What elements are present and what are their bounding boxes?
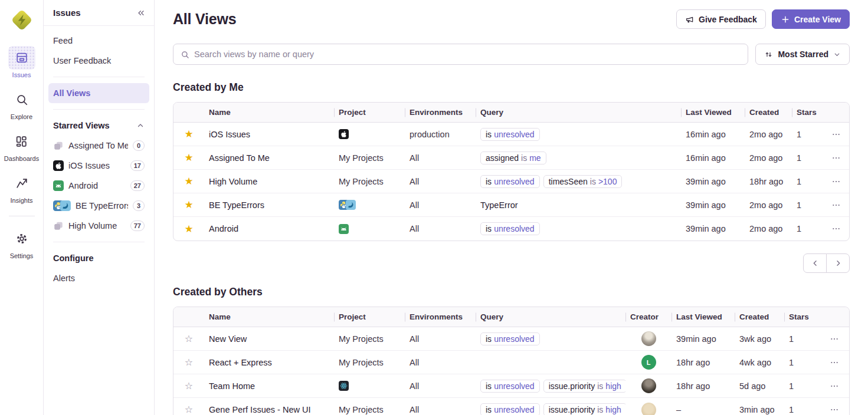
query-cell: assignedisme (476, 151, 681, 164)
stars-count: 1 (784, 405, 820, 414)
row-menu-button[interactable] (823, 200, 849, 210)
table-header: Name Project Environments Query Creator … (173, 307, 849, 327)
rail-item-dashboards[interactable]: Dashboards (4, 130, 39, 162)
megaphone-icon (685, 15, 695, 24)
query-cell: isunresolved (476, 332, 625, 345)
create-view-button[interactable]: Create View (772, 9, 850, 29)
rail-item-settings[interactable]: Settings (8, 227, 35, 259)
issue-count-badge: 27 (130, 180, 145, 191)
starred-view-ios-issues[interactable]: iOS Issues 17 (48, 156, 149, 176)
starred-view-android[interactable]: Android 27 (48, 176, 149, 196)
row-menu-button[interactable] (820, 381, 849, 391)
environments-cell: All (405, 358, 476, 367)
view-name-link[interactable]: High Volume (209, 177, 257, 186)
sidebar-divider (53, 242, 145, 242)
star-toggle[interactable]: ☆ (173, 334, 204, 344)
issue-count-badge: 3 (133, 200, 145, 211)
last-viewed: 39min ago (676, 334, 716, 344)
starred-view-label: High Volume (68, 221, 126, 230)
row-menu-button[interactable] (820, 405, 849, 414)
star-toggle[interactable]: ★ (173, 176, 204, 186)
environments-cell: All (405, 153, 476, 163)
row-menu-button[interactable] (820, 358, 849, 367)
react-project-icon (339, 381, 349, 391)
query-cell: TypeError (476, 200, 681, 210)
column-header-stars: Stars (792, 108, 823, 117)
query-token: issue.priorityishigh (543, 403, 625, 415)
row-menu-button[interactable] (823, 130, 849, 139)
view-name-link[interactable]: iOS Issues (209, 130, 250, 139)
environments-cell: All (405, 177, 476, 186)
rail-item-insights[interactable]: Insights (8, 172, 35, 204)
column-header-created: Created (745, 108, 792, 117)
rail-item-issues[interactable]: Issues (8, 46, 35, 78)
query-cell: isunresolvedissue.priorityishigh (476, 380, 625, 393)
creator-avatar[interactable]: L (641, 355, 656, 370)
flasklite-project-icon (346, 200, 356, 210)
search-input[interactable] (194, 50, 741, 59)
rail-divider (9, 216, 35, 216)
row-menu-button[interactable] (823, 177, 849, 186)
creator-avatar[interactable] (641, 331, 656, 346)
starred-views-section-header[interactable]: Starred Views (48, 116, 149, 136)
query-token: timesSeenis>100 (543, 175, 623, 188)
star-toggle[interactable]: ☆ (173, 381, 204, 391)
sidebar-item-feed[interactable]: Feed (48, 31, 149, 51)
starred-view-label: iOS Issues (68, 161, 126, 170)
issue-count-badge: 77 (130, 220, 145, 231)
last-viewed: 16min ago (686, 153, 726, 163)
creator-avatar[interactable] (641, 403, 656, 415)
project-cell (334, 129, 405, 139)
chevron-up-icon[interactable] (136, 121, 145, 130)
created: 2mo ago (749, 200, 782, 210)
star-toggle[interactable]: ☆ (173, 405, 204, 414)
next-page-button[interactable] (826, 253, 850, 273)
query-token: issue.priorityishigh (543, 380, 625, 393)
sidebar-title: Issues (53, 8, 81, 18)
sidebar-item-user-feedback[interactable]: User Feedback (48, 51, 149, 71)
sort-arrows-icon (764, 50, 773, 59)
sort-label: Most Starred (778, 50, 828, 59)
row-menu-button[interactable] (823, 153, 849, 163)
created-by-me-title: Created by Me (173, 81, 850, 94)
sidebar-item-alerts[interactable]: Alerts (48, 268, 149, 288)
starred-view-be-typeerrors[interactable]: BE TypeErrors 3 (48, 196, 149, 216)
starred-view-label: BE TypeErrors (76, 201, 128, 210)
view-name-link[interactable]: Gene Perf Issues - New UI (209, 405, 310, 414)
star-toggle[interactable]: ★ (173, 153, 204, 163)
flasklite-project-icon (60, 200, 71, 211)
sidebar-item-label: User Feedback (53, 56, 111, 65)
view-name-link[interactable]: BE TypeErrors (209, 200, 264, 210)
stack-project-icon (53, 140, 64, 151)
view-name-link[interactable]: Team Home (209, 381, 255, 391)
created-by-others-table: Name Project Environments Query Creator … (173, 307, 850, 415)
view-name-link[interactable]: Assigned To Me (209, 153, 270, 163)
search-views-box[interactable] (173, 44, 748, 65)
sidebar-item-all-views[interactable]: All Views (48, 83, 149, 103)
starred-view-high-volume[interactable]: High Volume 77 (48, 216, 149, 236)
project-icon-group (53, 220, 64, 231)
view-name-link[interactable]: React + Express (209, 358, 272, 367)
row-menu-button[interactable] (823, 224, 849, 233)
view-name-link[interactable]: Android (209, 224, 238, 233)
row-menu-button[interactable] (820, 334, 849, 344)
previous-page-button[interactable] (803, 253, 827, 273)
creator-avatar[interactable] (641, 378, 656, 393)
star-toggle[interactable]: ☆ (173, 358, 204, 367)
star-toggle[interactable]: ★ (173, 224, 204, 234)
sentry-logo[interactable] (9, 7, 35, 33)
column-header-created: Created (735, 312, 784, 321)
give-feedback-button[interactable]: Give Feedback (676, 9, 766, 29)
sidebar-item-label: All Views (53, 88, 90, 98)
view-name-link[interactable]: New View (209, 334, 247, 344)
table-header: Name Project Environments Query Last Vie… (173, 103, 849, 123)
table-row: ★Assigned To MeMy ProjectsAllassignedism… (173, 146, 849, 170)
collapse-sidebar-icon[interactable] (136, 8, 146, 18)
sidebar-item-label: Feed (53, 36, 73, 45)
sort-dropdown[interactable]: Most Starred (755, 44, 850, 65)
rail-item-explore[interactable]: Explore (8, 88, 35, 120)
apple-project-icon (53, 160, 64, 171)
star-toggle[interactable]: ★ (173, 129, 204, 139)
star-toggle[interactable]: ★ (173, 200, 204, 210)
starred-view-assigned-to-me[interactable]: Assigned To Me 0 (48, 136, 149, 156)
